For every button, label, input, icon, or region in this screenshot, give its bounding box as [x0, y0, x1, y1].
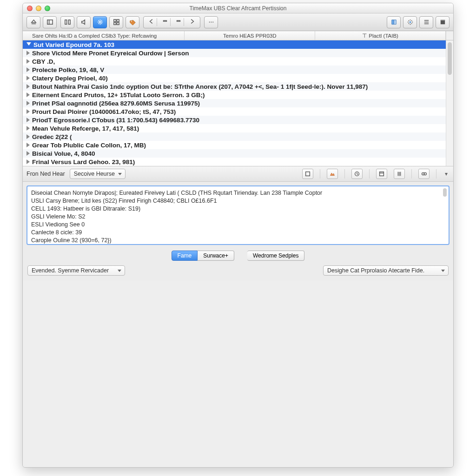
- svg-point-9: [131, 21, 132, 22]
- tree-row-label: Gredec 2(22 (: [32, 133, 72, 140]
- svg-point-13: [211, 21, 212, 22]
- mini-button-2[interactable]: [327, 169, 338, 179]
- svg-rect-0: [47, 20, 52, 24]
- svg-rect-10: [164, 20, 167, 21]
- panel-button[interactable]: [43, 16, 57, 28]
- tree-list[interactable]: Sut Varied Epourod 7a. 103 Shore Victod …: [23, 40, 446, 166]
- disclosure-icon[interactable]: [26, 143, 30, 147]
- svg-point-12: [209, 21, 210, 22]
- tree-row-label: Prinet PSal oagnnotid (256ea 8279.60MS S…: [32, 100, 200, 107]
- tree-row[interactable]: Bisicai Volue, 4, 8040: [23, 149, 446, 158]
- disclosure-icon[interactable]: [26, 151, 30, 156]
- window-title: TimeMax UBS Clear Afrcamt Pertission: [23, 5, 453, 12]
- tree-row-label: Mean Vehule Refcerge, 17, 417, 581): [32, 125, 139, 132]
- svg-rect-21: [306, 172, 310, 176]
- disclosure-icon[interactable]: [26, 126, 30, 131]
- disclosure-icon[interactable]: [26, 84, 30, 89]
- mini-button-1[interactable]: [302, 169, 313, 179]
- columns-button[interactable]: [60, 16, 74, 28]
- right-select[interactable]: Desighe Cat Prprolasio Atecarte Fide.: [323, 265, 449, 276]
- close-window-button[interactable]: [27, 6, 33, 11]
- tree-row[interactable]: Shore Victod Mere Pronet Eryreical Ourdo…: [23, 49, 446, 57]
- app-window: TimeMax UBS Clear Afrcamt Pertission: [22, 3, 454, 468]
- stop-button[interactable]: [173, 18, 184, 26]
- tree-row[interactable]: Gredec 2(22 (: [23, 132, 446, 141]
- separator: [411, 169, 412, 178]
- tree-row[interactable]: CBY .D,: [23, 57, 446, 66]
- tree-row[interactable]: Sut Varied Epourod 7a. 103: [23, 40, 446, 49]
- book-button[interactable]: [387, 16, 401, 28]
- tree-row[interactable]: Eiternent Encard Prutos, 12+ 15Tulat Loo…: [23, 91, 446, 99]
- zoom-window-button[interactable]: [45, 6, 50, 11]
- tree-row-label: Frinal Versus Lard Gehoo. 23, 981): [32, 159, 135, 165]
- mini-button-5[interactable]: [394, 169, 405, 179]
- svg-rect-2: [65, 20, 66, 24]
- disclosure-open-icon[interactable]: [26, 42, 31, 48]
- detail-line: ESLI Viediong See 0: [31, 221, 445, 229]
- settings-gear-button[interactable]: [403, 16, 417, 28]
- separator: [320, 169, 320, 178]
- grid-button[interactable]: [109, 16, 123, 28]
- filter-select[interactable]: Secoive Heurse: [70, 169, 126, 179]
- chevron-down-icon[interactable]: ▾: [443, 169, 450, 179]
- disclosure-icon[interactable]: [26, 76, 30, 80]
- detail-scrollbar[interactable]: [443, 188, 447, 242]
- mode-segment: Wedrome Sedples: [247, 251, 305, 261]
- svg-rect-8: [117, 22, 119, 25]
- vertical-scrollbar[interactable]: [446, 40, 453, 166]
- main-toolbar: [23, 13, 453, 31]
- disclosure-icon[interactable]: [26, 59, 30, 64]
- mini-button-6[interactable]: [418, 169, 430, 179]
- tree-row[interactable]: Mean Vehule Refcerge, 17, 417, 581): [23, 124, 446, 132]
- disclosure-icon[interactable]: [26, 134, 30, 139]
- empty-area: [23, 280, 453, 467]
- left-select[interactable]: Evended. Syenme Rervicader: [27, 265, 125, 276]
- tree-row[interactable]: Clatery Depleg Prioel, 40): [23, 74, 446, 82]
- disclosure-icon[interactable]: [26, 51, 30, 55]
- forward-button[interactable]: [187, 18, 197, 26]
- segment-wedrome[interactable]: Wedrome Sedples: [247, 251, 305, 261]
- disclosure-icon[interactable]: [26, 118, 30, 122]
- film-button[interactable]: [436, 16, 450, 28]
- disclosure-icon[interactable]: [26, 159, 30, 164]
- detail-line: Carople Ouline 32 (930=6, 72}): [31, 237, 445, 245]
- tree-row-label: PriodT Egrossorie.l CTobus (31 1:700.543…: [32, 117, 199, 124]
- gear-button[interactable]: [93, 16, 107, 28]
- column-header-1[interactable]: Sare Ohlts Ha:ID a Compled CSlb3 Type: R…: [23, 31, 185, 40]
- minimize-window-button[interactable]: [36, 6, 41, 11]
- tree-row-label: Clatery Depleg Prioel, 40): [32, 75, 108, 82]
- disclosure-icon[interactable]: [26, 67, 30, 72]
- tree-row[interactable]: Frinal Versus Lard Gehoo. 23, 981): [23, 158, 446, 166]
- tree-row[interactable]: PriodT Egrossorie.l CTobus (31 1:700.543…: [23, 116, 446, 124]
- tree-row[interactable]: Prolecte Polko, 19, 48, V: [23, 66, 446, 74]
- tree-row-label: Butout Nathira Prai Casio 1ndc oyption O…: [32, 83, 368, 90]
- tree-row[interactable]: Prourt Deai Ploirer (10400061.47oko; tS,…: [23, 107, 446, 116]
- more-button[interactable]: [204, 16, 218, 28]
- detail-line: CELL 1493: Hatbeer is GBI Ditrarale: S19…: [31, 205, 445, 213]
- column-header-3[interactable]: ⊤Plactl (TAIB): [315, 31, 446, 40]
- segment-surface[interactable]: Surwace+: [198, 251, 234, 261]
- back-button[interactable]: [146, 18, 157, 26]
- svg-rect-11: [177, 20, 180, 21]
- list-button[interactable]: [419, 16, 433, 28]
- disclosure-icon[interactable]: [26, 109, 30, 114]
- tree-row[interactable]: Butout Nathira Prai Casio 1ndc oyption O…: [23, 82, 446, 91]
- svg-rect-6: [117, 20, 119, 22]
- tag-button[interactable]: [126, 16, 139, 28]
- tree-row[interactable]: Grear Tob Plublic Cale Collon, 17, MB): [23, 141, 446, 149]
- sound-button[interactable]: [77, 16, 91, 28]
- svg-rect-20: [440, 20, 444, 21]
- mini-button-3[interactable]: [351, 169, 363, 179]
- disclosure-icon[interactable]: [26, 93, 30, 97]
- detail-line: USLI Carsy Brene; Litd kes (S22) Finred …: [31, 197, 445, 205]
- tree-row-label: CBY .D,: [32, 58, 55, 65]
- detail-pane[interactable]: Diseoiat Chean Nornyte Dirapos|; Eureate…: [26, 185, 450, 245]
- disclosure-icon[interactable]: [26, 101, 30, 106]
- mini-button-4[interactable]: [376, 169, 387, 179]
- eject-button[interactable]: [26, 16, 40, 28]
- segment-fame[interactable]: Fame: [172, 251, 198, 261]
- tree-row[interactable]: Prinet PSal oagnnotid (256ea 8279.60MS S…: [23, 99, 446, 107]
- column-header-2[interactable]: Temro HEAS PPR03D: [185, 31, 315, 40]
- tree-row-label: Prolecte Polko, 19, 48, V: [32, 66, 104, 73]
- rewind-button[interactable]: [160, 18, 171, 26]
